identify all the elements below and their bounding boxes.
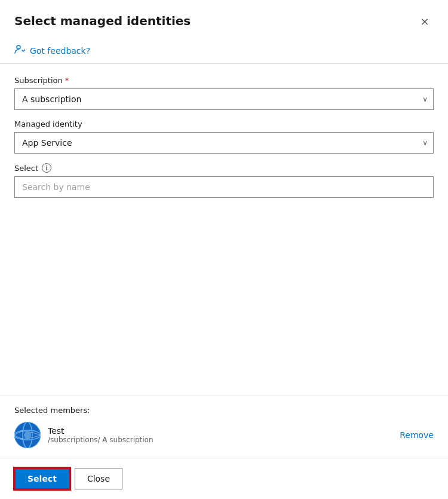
member-avatar	[14, 422, 41, 448]
selected-members-label: Selected members:	[14, 406, 434, 415]
managed-identity-select-wrapper: App Service ∨	[14, 132, 434, 154]
search-input[interactable]	[14, 176, 434, 198]
feedback-person-icon	[14, 44, 25, 57]
member-info: Test /subscriptions/ A subscription	[48, 426, 392, 444]
subscription-select[interactable]: A subscription	[14, 88, 434, 110]
managed-identity-group: Managed identity App Service ∨	[14, 120, 434, 154]
managed-identity-select[interactable]: App Service	[14, 132, 434, 154]
dialog-footer: Select Close	[0, 458, 448, 499]
dialog-body: Subscription * A subscription ∨ Managed …	[0, 64, 448, 396]
select-info-icon: i	[42, 163, 51, 173]
search-label: Select	[14, 164, 38, 173]
managed-identity-label: Managed identity	[14, 120, 434, 128]
feedback-bar: Got feedback?	[0, 38, 448, 64]
member-item: Test /subscriptions/ A subscription Remo…	[14, 422, 434, 448]
remove-member-link[interactable]: Remove	[400, 430, 434, 440]
svg-point-0	[17, 45, 20, 49]
body-spacer	[14, 207, 434, 384]
close-button[interactable]: Close	[75, 468, 122, 489]
dialog-header: Select managed identities ×	[0, 0, 448, 38]
search-label-row: Select i	[14, 163, 434, 173]
search-group: Select i	[14, 163, 434, 198]
selected-members-section: Selected members: Test /subscriptions/ A…	[0, 396, 448, 458]
member-name: Test	[48, 426, 392, 436]
select-button[interactable]: Select	[14, 468, 70, 489]
feedback-link[interactable]: Got feedback?	[30, 46, 90, 56]
subscription-label: Subscription *	[14, 76, 434, 85]
svg-point-5	[24, 431, 31, 439]
dialog-close-button[interactable]: ×	[416, 12, 434, 30]
required-marker: *	[65, 76, 69, 85]
subscription-group: Subscription * A subscription ∨	[14, 76, 434, 110]
member-path: /subscriptions/ A subscription	[48, 436, 392, 444]
dialog-title: Select managed identities	[14, 14, 191, 28]
select-managed-identities-dialog: Select managed identities × Got feedback…	[0, 0, 448, 499]
subscription-select-wrapper: A subscription ∨	[14, 88, 434, 110]
